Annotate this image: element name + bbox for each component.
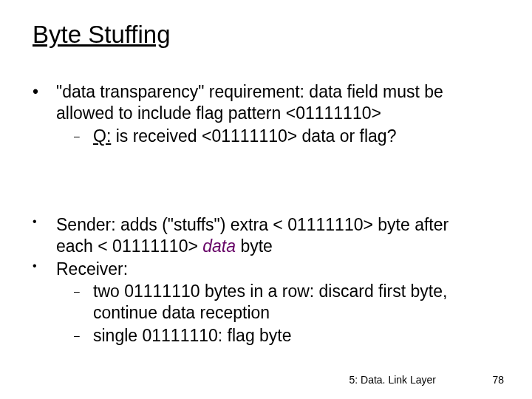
line: "data transparency" requirement: data fi… — [56, 82, 443, 101]
bullet-text: Sender: adds ("stuffs") extra < 01111110… — [56, 214, 449, 257]
bullet-item: • Sender: adds ("stuffs") extra < 011111… — [33, 214, 476, 257]
line: continue data reception — [93, 303, 270, 322]
sub-bullet-dash: – — [74, 126, 93, 143]
data-word: data — [202, 236, 236, 256]
sub-bullet-item: – single 01111110: flag byte — [74, 325, 476, 347]
line: Sender: adds ("stuffs") extra < 01111110… — [56, 215, 449, 234]
sub-bullet-text: Q: is received <01111110> data or flag? — [93, 126, 396, 147]
sub-bullet-dash: – — [74, 325, 93, 343]
sub-bullet-text: single 01111110: flag byte — [93, 325, 292, 347]
bullet-item: • Receiver: — [33, 259, 476, 280]
slide: Byte Stuffing • "data transparency" requ… — [0, 0, 532, 399]
bullet-item: • "data transparency" requirement: data … — [33, 81, 476, 124]
sub-bullet-item: – Q: is received <01111110> data or flag… — [74, 126, 476, 147]
slide-title: Byte Stuffing — [33, 21, 171, 49]
sub-bullet-dash: – — [74, 281, 93, 299]
line: each < 01111110> — [56, 236, 202, 256]
line: byte — [236, 236, 273, 256]
page-number: 78 — [492, 374, 504, 386]
body-block-2: • Sender: adds ("stuffs") extra < 011111… — [33, 214, 476, 348]
q-label: Q: — [93, 126, 111, 146]
sub-bullet-item: – two 01111110 bytes in a row: discard f… — [74, 281, 476, 324]
bullet-dot: • — [33, 214, 56, 229]
line: allowed to include flag pattern <0111111… — [56, 103, 381, 123]
bullet-text: Receiver: — [56, 259, 128, 280]
sub-bullet-text: two 01111110 bytes in a row: discard fir… — [93, 281, 447, 324]
bullet-dot: • — [33, 259, 56, 273]
q-rest: is received <01111110> data or flag? — [111, 126, 396, 146]
bullet-text: "data transparency" requirement: data fi… — [56, 81, 443, 124]
body-block-1: • "data transparency" requirement: data … — [33, 81, 476, 148]
line: two 01111110 bytes in a row: discard fir… — [93, 282, 447, 301]
bullet-dot: • — [33, 81, 56, 103]
footer-section: 5: Data. Link Layer — [349, 374, 436, 386]
